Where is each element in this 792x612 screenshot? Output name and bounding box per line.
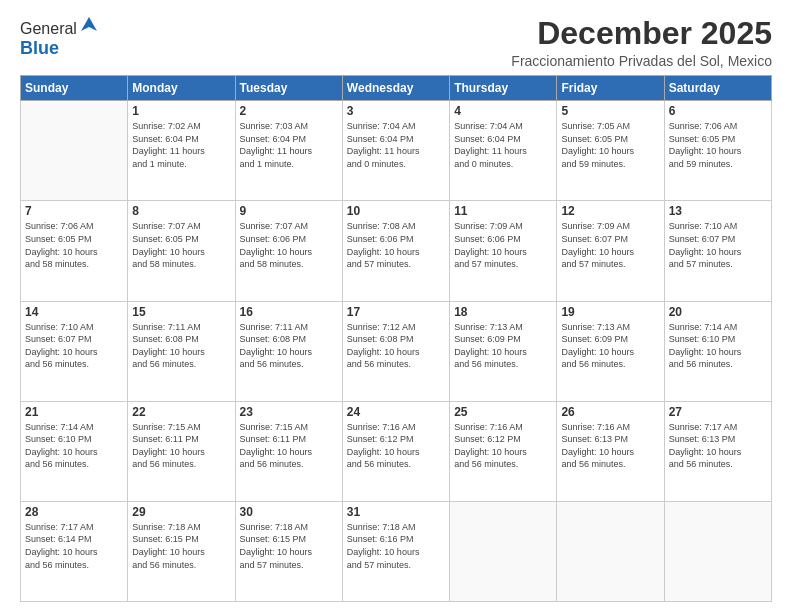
day-info: Sunrise: 7:10 AMSunset: 6:07 PMDaylight:…: [25, 321, 123, 371]
day-info: Sunrise: 7:07 AMSunset: 6:05 PMDaylight:…: [132, 220, 230, 270]
day-number: 15: [132, 305, 230, 319]
calendar-cell: 23Sunrise: 7:15 AMSunset: 6:11 PMDayligh…: [235, 401, 342, 501]
calendar-cell: 24Sunrise: 7:16 AMSunset: 6:12 PMDayligh…: [342, 401, 449, 501]
day-info: Sunrise: 7:18 AMSunset: 6:16 PMDaylight:…: [347, 521, 445, 571]
day-info: Sunrise: 7:15 AMSunset: 6:11 PMDaylight:…: [240, 421, 338, 471]
calendar-cell: [664, 501, 771, 601]
calendar-cell: 8Sunrise: 7:07 AMSunset: 6:05 PMDaylight…: [128, 201, 235, 301]
day-number: 22: [132, 405, 230, 419]
calendar-cell: 17Sunrise: 7:12 AMSunset: 6:08 PMDayligh…: [342, 301, 449, 401]
calendar-cell: 21Sunrise: 7:14 AMSunset: 6:10 PMDayligh…: [21, 401, 128, 501]
col-monday: Monday: [128, 76, 235, 101]
header: General Blue December 2025 Fraccionamien…: [20, 16, 772, 69]
day-number: 27: [669, 405, 767, 419]
week-row-1: 1Sunrise: 7:02 AMSunset: 6:04 PMDaylight…: [21, 101, 772, 201]
day-info: Sunrise: 7:16 AMSunset: 6:12 PMDaylight:…: [347, 421, 445, 471]
day-info: Sunrise: 7:06 AMSunset: 6:05 PMDaylight:…: [669, 120, 767, 170]
col-tuesday: Tuesday: [235, 76, 342, 101]
day-info: Sunrise: 7:02 AMSunset: 6:04 PMDaylight:…: [132, 120, 230, 170]
week-row-5: 28Sunrise: 7:17 AMSunset: 6:14 PMDayligh…: [21, 501, 772, 601]
calendar-cell: 22Sunrise: 7:15 AMSunset: 6:11 PMDayligh…: [128, 401, 235, 501]
month-title: December 2025: [511, 16, 772, 51]
day-number: 19: [561, 305, 659, 319]
logo-icon: [79, 15, 99, 35]
day-info: Sunrise: 7:10 AMSunset: 6:07 PMDaylight:…: [669, 220, 767, 270]
day-number: 4: [454, 104, 552, 118]
calendar-cell: 3Sunrise: 7:04 AMSunset: 6:04 PMDaylight…: [342, 101, 449, 201]
calendar-cell: [450, 501, 557, 601]
calendar-cell: 9Sunrise: 7:07 AMSunset: 6:06 PMDaylight…: [235, 201, 342, 301]
day-number: 13: [669, 204, 767, 218]
day-number: 12: [561, 204, 659, 218]
day-number: 1: [132, 104, 230, 118]
calendar-cell: 19Sunrise: 7:13 AMSunset: 6:09 PMDayligh…: [557, 301, 664, 401]
day-number: 11: [454, 204, 552, 218]
calendar-cell: 4Sunrise: 7:04 AMSunset: 6:04 PMDaylight…: [450, 101, 557, 201]
calendar-cell: 26Sunrise: 7:16 AMSunset: 6:13 PMDayligh…: [557, 401, 664, 501]
day-info: Sunrise: 7:14 AMSunset: 6:10 PMDaylight:…: [25, 421, 123, 471]
day-number: 24: [347, 405, 445, 419]
calendar-cell: 11Sunrise: 7:09 AMSunset: 6:06 PMDayligh…: [450, 201, 557, 301]
day-number: 18: [454, 305, 552, 319]
logo: General Blue: [20, 20, 99, 59]
calendar-cell: 20Sunrise: 7:14 AMSunset: 6:10 PMDayligh…: [664, 301, 771, 401]
calendar-cell: 13Sunrise: 7:10 AMSunset: 6:07 PMDayligh…: [664, 201, 771, 301]
day-number: 6: [669, 104, 767, 118]
day-number: 28: [25, 505, 123, 519]
day-info: Sunrise: 7:06 AMSunset: 6:05 PMDaylight:…: [25, 220, 123, 270]
week-row-2: 7Sunrise: 7:06 AMSunset: 6:05 PMDaylight…: [21, 201, 772, 301]
day-number: 7: [25, 204, 123, 218]
day-info: Sunrise: 7:03 AMSunset: 6:04 PMDaylight:…: [240, 120, 338, 170]
calendar-cell: 6Sunrise: 7:06 AMSunset: 6:05 PMDaylight…: [664, 101, 771, 201]
calendar-cell: 31Sunrise: 7:18 AMSunset: 6:16 PMDayligh…: [342, 501, 449, 601]
day-info: Sunrise: 7:17 AMSunset: 6:14 PMDaylight:…: [25, 521, 123, 571]
title-block: December 2025 Fraccionamiento Privadas d…: [511, 16, 772, 69]
day-number: 26: [561, 405, 659, 419]
day-number: 16: [240, 305, 338, 319]
day-info: Sunrise: 7:05 AMSunset: 6:05 PMDaylight:…: [561, 120, 659, 170]
calendar-table: Sunday Monday Tuesday Wednesday Thursday…: [20, 75, 772, 602]
col-sunday: Sunday: [21, 76, 128, 101]
subtitle: Fraccionamiento Privadas del Sol, Mexico: [511, 53, 772, 69]
day-info: Sunrise: 7:11 AMSunset: 6:08 PMDaylight:…: [240, 321, 338, 371]
calendar-cell: 16Sunrise: 7:11 AMSunset: 6:08 PMDayligh…: [235, 301, 342, 401]
day-number: 21: [25, 405, 123, 419]
day-info: Sunrise: 7:15 AMSunset: 6:11 PMDaylight:…: [132, 421, 230, 471]
col-thursday: Thursday: [450, 76, 557, 101]
day-number: 25: [454, 405, 552, 419]
day-number: 20: [669, 305, 767, 319]
day-number: 29: [132, 505, 230, 519]
day-info: Sunrise: 7:09 AMSunset: 6:07 PMDaylight:…: [561, 220, 659, 270]
day-info: Sunrise: 7:09 AMSunset: 6:06 PMDaylight:…: [454, 220, 552, 270]
day-info: Sunrise: 7:13 AMSunset: 6:09 PMDaylight:…: [561, 321, 659, 371]
day-info: Sunrise: 7:07 AMSunset: 6:06 PMDaylight:…: [240, 220, 338, 270]
day-info: Sunrise: 7:14 AMSunset: 6:10 PMDaylight:…: [669, 321, 767, 371]
day-number: 9: [240, 204, 338, 218]
calendar-cell: 7Sunrise: 7:06 AMSunset: 6:05 PMDaylight…: [21, 201, 128, 301]
day-number: 14: [25, 305, 123, 319]
day-info: Sunrise: 7:04 AMSunset: 6:04 PMDaylight:…: [347, 120, 445, 170]
calendar-cell: 18Sunrise: 7:13 AMSunset: 6:09 PMDayligh…: [450, 301, 557, 401]
calendar-cell: 30Sunrise: 7:18 AMSunset: 6:15 PMDayligh…: [235, 501, 342, 601]
week-row-4: 21Sunrise: 7:14 AMSunset: 6:10 PMDayligh…: [21, 401, 772, 501]
calendar-cell: 14Sunrise: 7:10 AMSunset: 6:07 PMDayligh…: [21, 301, 128, 401]
logo-general-text: General: [20, 20, 77, 38]
calendar-cell: 29Sunrise: 7:18 AMSunset: 6:15 PMDayligh…: [128, 501, 235, 601]
calendar-cell: 27Sunrise: 7:17 AMSunset: 6:13 PMDayligh…: [664, 401, 771, 501]
week-row-3: 14Sunrise: 7:10 AMSunset: 6:07 PMDayligh…: [21, 301, 772, 401]
calendar-cell: 12Sunrise: 7:09 AMSunset: 6:07 PMDayligh…: [557, 201, 664, 301]
day-number: 23: [240, 405, 338, 419]
day-number: 3: [347, 104, 445, 118]
page: General Blue December 2025 Fraccionamien…: [0, 0, 792, 612]
day-info: Sunrise: 7:18 AMSunset: 6:15 PMDaylight:…: [132, 521, 230, 571]
day-number: 2: [240, 104, 338, 118]
calendar-cell: [557, 501, 664, 601]
calendar-cell: 2Sunrise: 7:03 AMSunset: 6:04 PMDaylight…: [235, 101, 342, 201]
day-number: 30: [240, 505, 338, 519]
calendar-cell: 15Sunrise: 7:11 AMSunset: 6:08 PMDayligh…: [128, 301, 235, 401]
day-number: 31: [347, 505, 445, 519]
calendar-cell: 25Sunrise: 7:16 AMSunset: 6:12 PMDayligh…: [450, 401, 557, 501]
calendar-cell: 1Sunrise: 7:02 AMSunset: 6:04 PMDaylight…: [128, 101, 235, 201]
day-info: Sunrise: 7:04 AMSunset: 6:04 PMDaylight:…: [454, 120, 552, 170]
day-info: Sunrise: 7:16 AMSunset: 6:12 PMDaylight:…: [454, 421, 552, 471]
